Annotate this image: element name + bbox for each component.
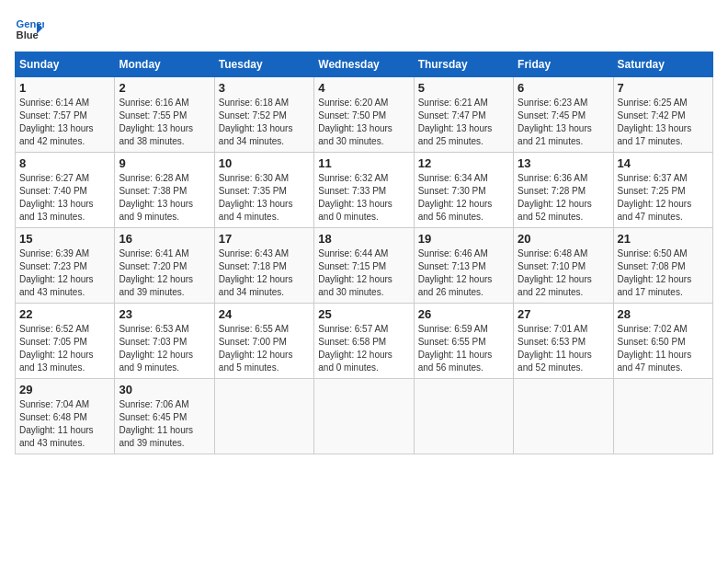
day-number: 18 bbox=[318, 232, 409, 246]
day-info: Sunrise: 6:28 AMSunset: 7:38 PMDaylight:… bbox=[119, 172, 210, 224]
day-number: 17 bbox=[219, 232, 310, 246]
day-info: Sunrise: 6:44 AMSunset: 7:15 PMDaylight:… bbox=[318, 247, 409, 299]
calendar-cell: 17Sunrise: 6:43 AMSunset: 7:18 PMDayligh… bbox=[214, 228, 313, 304]
calendar-cell bbox=[414, 379, 513, 454]
calendar-cell: 19Sunrise: 6:46 AMSunset: 7:13 PMDayligh… bbox=[414, 228, 513, 304]
day-info: Sunrise: 6:14 AMSunset: 7:57 PMDaylight:… bbox=[19, 97, 110, 148]
day-number: 23 bbox=[119, 307, 210, 321]
calendar-cell: 15Sunrise: 6:39 AMSunset: 7:23 PMDayligh… bbox=[16, 228, 115, 304]
calendar-cell: 21Sunrise: 6:50 AMSunset: 7:08 PMDayligh… bbox=[613, 228, 712, 304]
day-number: 25 bbox=[318, 307, 409, 321]
day-info: Sunrise: 6:43 AMSunset: 7:18 PMDaylight:… bbox=[219, 247, 310, 299]
calendar-cell: 12Sunrise: 6:34 AMSunset: 7:30 PMDayligh… bbox=[414, 153, 513, 228]
day-number: 2 bbox=[119, 81, 210, 95]
day-info: Sunrise: 6:21 AMSunset: 7:47 PMDaylight:… bbox=[418, 97, 509, 148]
day-info: Sunrise: 6:34 AMSunset: 7:30 PMDaylight:… bbox=[418, 172, 509, 224]
calendar-week-row: 29Sunrise: 7:04 AMSunset: 6:48 PMDayligh… bbox=[16, 379, 713, 454]
day-info: Sunrise: 6:30 AMSunset: 7:35 PMDaylight:… bbox=[219, 172, 310, 224]
day-info: Sunrise: 6:37 AMSunset: 7:25 PMDaylight:… bbox=[618, 172, 709, 224]
calendar-cell: 27Sunrise: 7:01 AMSunset: 6:53 PMDayligh… bbox=[514, 304, 613, 379]
calendar-cell: 18Sunrise: 6:44 AMSunset: 7:15 PMDayligh… bbox=[314, 228, 414, 304]
day-number: 13 bbox=[518, 156, 609, 170]
day-number: 3 bbox=[219, 81, 310, 95]
calendar-cell: 3Sunrise: 6:18 AMSunset: 7:52 PMDaylight… bbox=[214, 77, 313, 153]
logo: General Blue bbox=[15, 15, 48, 44]
day-info: Sunrise: 6:59 AMSunset: 6:55 PMDaylight:… bbox=[418, 323, 509, 374]
day-number: 24 bbox=[219, 307, 310, 321]
calendar-cell: 16Sunrise: 6:41 AMSunset: 7:20 PMDayligh… bbox=[115, 228, 214, 304]
calendar-cell: 5Sunrise: 6:21 AMSunset: 7:47 PMDaylight… bbox=[414, 77, 513, 153]
calendar-cell: 1Sunrise: 6:14 AMSunset: 7:57 PMDaylight… bbox=[16, 77, 115, 153]
day-number: 11 bbox=[318, 156, 409, 170]
day-header-saturday: Saturday bbox=[613, 52, 712, 77]
calendar-cell: 10Sunrise: 6:30 AMSunset: 7:35 PMDayligh… bbox=[214, 153, 313, 228]
day-header-sunday: Sunday bbox=[16, 52, 115, 77]
calendar-cell: 13Sunrise: 6:36 AMSunset: 7:28 PMDayligh… bbox=[514, 153, 613, 228]
logo-icon: General Blue bbox=[15, 15, 44, 44]
calendar-cell: 30Sunrise: 7:06 AMSunset: 6:45 PMDayligh… bbox=[115, 379, 214, 454]
day-info: Sunrise: 7:02 AMSunset: 6:50 PMDaylight:… bbox=[618, 323, 709, 374]
day-number: 5 bbox=[418, 81, 509, 95]
day-info: Sunrise: 6:27 AMSunset: 7:40 PMDaylight:… bbox=[19, 172, 110, 224]
day-info: Sunrise: 6:16 AMSunset: 7:55 PMDaylight:… bbox=[119, 97, 210, 148]
day-info: Sunrise: 6:46 AMSunset: 7:13 PMDaylight:… bbox=[418, 247, 509, 299]
calendar-cell bbox=[214, 379, 313, 454]
day-number: 19 bbox=[418, 232, 509, 246]
day-info: Sunrise: 7:01 AMSunset: 6:53 PMDaylight:… bbox=[518, 323, 609, 374]
day-header-friday: Friday bbox=[514, 52, 613, 77]
calendar-cell: 26Sunrise: 6:59 AMSunset: 6:55 PMDayligh… bbox=[414, 304, 513, 379]
calendar-cell: 6Sunrise: 6:23 AMSunset: 7:45 PMDaylight… bbox=[514, 77, 613, 153]
calendar-cell: 2Sunrise: 6:16 AMSunset: 7:55 PMDaylight… bbox=[115, 77, 214, 153]
day-info: Sunrise: 6:57 AMSunset: 6:58 PMDaylight:… bbox=[318, 323, 409, 374]
day-number: 1 bbox=[19, 81, 110, 95]
day-number: 27 bbox=[518, 307, 609, 321]
calendar-cell bbox=[514, 379, 613, 454]
day-number: 21 bbox=[618, 232, 709, 246]
day-header-wednesday: Wednesday bbox=[314, 52, 414, 77]
day-info: Sunrise: 6:50 AMSunset: 7:08 PMDaylight:… bbox=[618, 247, 709, 299]
day-number: 26 bbox=[418, 307, 509, 321]
day-info: Sunrise: 6:39 AMSunset: 7:23 PMDaylight:… bbox=[19, 247, 110, 299]
calendar-cell: 22Sunrise: 6:52 AMSunset: 7:05 PMDayligh… bbox=[16, 304, 115, 379]
calendar-cell: 20Sunrise: 6:48 AMSunset: 7:10 PMDayligh… bbox=[514, 228, 613, 304]
calendar-cell: 28Sunrise: 7:02 AMSunset: 6:50 PMDayligh… bbox=[613, 304, 712, 379]
day-number: 7 bbox=[618, 81, 709, 95]
day-info: Sunrise: 6:32 AMSunset: 7:33 PMDaylight:… bbox=[318, 172, 409, 224]
day-info: Sunrise: 6:25 AMSunset: 7:42 PMDaylight:… bbox=[618, 97, 709, 148]
day-info: Sunrise: 6:53 AMSunset: 7:03 PMDaylight:… bbox=[119, 323, 210, 374]
day-number: 22 bbox=[19, 307, 110, 321]
day-number: 9 bbox=[119, 156, 210, 170]
calendar-cell: 23Sunrise: 6:53 AMSunset: 7:03 PMDayligh… bbox=[115, 304, 214, 379]
calendar-body: 1Sunrise: 6:14 AMSunset: 7:57 PMDaylight… bbox=[16, 77, 713, 454]
day-header-thursday: Thursday bbox=[414, 52, 513, 77]
calendar-week-row: 15Sunrise: 6:39 AMSunset: 7:23 PMDayligh… bbox=[16, 228, 713, 304]
day-info: Sunrise: 7:04 AMSunset: 6:48 PMDaylight:… bbox=[19, 398, 110, 450]
calendar-cell: 25Sunrise: 6:57 AMSunset: 6:58 PMDayligh… bbox=[314, 304, 414, 379]
calendar-header-row: SundayMondayTuesdayWednesdayThursdayFrid… bbox=[16, 52, 713, 77]
calendar-week-row: 1Sunrise: 6:14 AMSunset: 7:57 PMDaylight… bbox=[16, 77, 713, 153]
day-number: 15 bbox=[19, 232, 110, 246]
day-number: 14 bbox=[618, 156, 709, 170]
calendar-cell: 7Sunrise: 6:25 AMSunset: 7:42 PMDaylight… bbox=[613, 77, 712, 153]
day-info: Sunrise: 7:06 AMSunset: 6:45 PMDaylight:… bbox=[119, 398, 210, 450]
calendar-week-row: 22Sunrise: 6:52 AMSunset: 7:05 PMDayligh… bbox=[16, 304, 713, 379]
day-header-tuesday: Tuesday bbox=[214, 52, 313, 77]
day-info: Sunrise: 6:36 AMSunset: 7:28 PMDaylight:… bbox=[518, 172, 609, 224]
day-number: 8 bbox=[19, 156, 110, 170]
calendar-week-row: 8Sunrise: 6:27 AMSunset: 7:40 PMDaylight… bbox=[16, 153, 713, 228]
day-number: 4 bbox=[318, 81, 409, 95]
day-header-monday: Monday bbox=[115, 52, 214, 77]
calendar-cell: 14Sunrise: 6:37 AMSunset: 7:25 PMDayligh… bbox=[613, 153, 712, 228]
calendar-cell: 9Sunrise: 6:28 AMSunset: 7:38 PMDaylight… bbox=[115, 153, 214, 228]
day-info: Sunrise: 6:23 AMSunset: 7:45 PMDaylight:… bbox=[518, 97, 609, 148]
calendar-cell bbox=[613, 379, 712, 454]
day-info: Sunrise: 6:52 AMSunset: 7:05 PMDaylight:… bbox=[19, 323, 110, 374]
header: General Blue bbox=[15, 15, 713, 44]
svg-text:Blue: Blue bbox=[17, 29, 39, 40]
calendar-cell: 8Sunrise: 6:27 AMSunset: 7:40 PMDaylight… bbox=[16, 153, 115, 228]
calendar-cell: 4Sunrise: 6:20 AMSunset: 7:50 PMDaylight… bbox=[314, 77, 414, 153]
calendar-table: SundayMondayTuesdayWednesdayThursdayFrid… bbox=[15, 52, 713, 454]
day-number: 20 bbox=[518, 232, 609, 246]
day-number: 29 bbox=[19, 383, 110, 396]
calendar-cell: 11Sunrise: 6:32 AMSunset: 7:33 PMDayligh… bbox=[314, 153, 414, 228]
